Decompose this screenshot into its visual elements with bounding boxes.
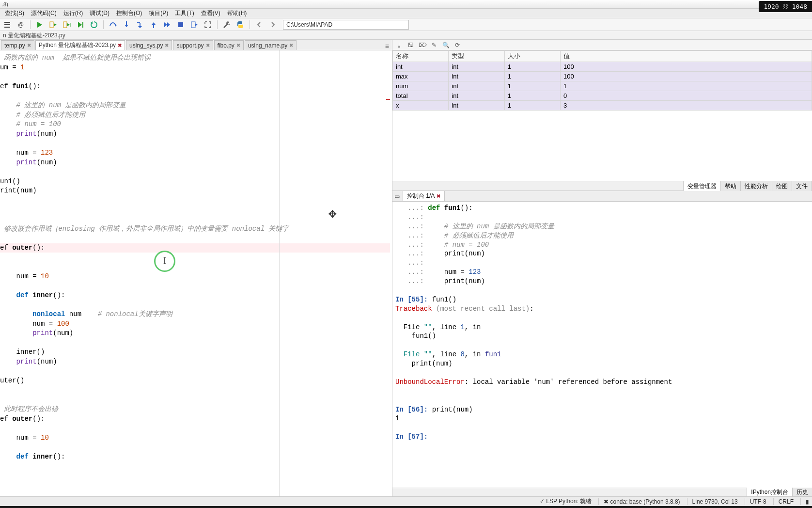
working-dir-field[interactable]: C:\Users\MIAPAD	[283, 20, 409, 30]
save-icon[interactable]: 🖫	[407, 41, 415, 49]
console-tab-1[interactable]: 控制台 1/A ✖	[403, 190, 445, 202]
list-icon[interactable]	[2, 19, 13, 30]
menu-item[interactable]: 控制台(O)	[113, 8, 145, 18]
clear-icon[interactable]: ⌦	[419, 41, 426, 49]
right-tab[interactable]: 性能分析	[740, 181, 772, 191]
code-editor[interactable]: 函数内部的 num 如果不赋值就使用会出现错误 um = 1 ef fun1()…	[0, 50, 392, 496]
table-row[interactable]: maxint1100	[393, 72, 812, 81]
editor-tab-label: Python 量化编程基础-2023.py	[39, 41, 116, 49]
menu-item[interactable]: 查看(V)	[198, 8, 223, 18]
variable-explorer: 名称类型大小值 intint1100maxint1100numint11tota…	[392, 50, 812, 181]
os-taskbar[interactable]	[0, 506, 812, 508]
editor-tab[interactable]: using_name.py✖	[245, 40, 297, 50]
svg-marker-2	[54, 23, 57, 26]
step-in2-icon[interactable]	[135, 19, 145, 30]
editor-tab[interactable]: support.py✖	[173, 40, 213, 50]
python-icon[interactable]	[235, 19, 246, 30]
right-tab[interactable]: 绘图	[772, 181, 792, 191]
resolution-overlay: 1920 ⛓ 1048	[759, 1, 812, 12]
editor-tab[interactable]: using_sys.py✖	[126, 40, 172, 50]
status-conda[interactable]: ✖ conda: base (Python 3.8.8)	[598, 498, 680, 505]
var-header[interactable]: 名称	[393, 51, 449, 62]
status-eol: CRLF	[773, 498, 794, 505]
svg-marker-11	[138, 26, 142, 28]
console-menu-icon[interactable]: ▭	[394, 193, 400, 200]
var-cell-type: int	[449, 81, 504, 91]
close-icon[interactable]: ✖	[289, 43, 293, 48]
table-row[interactable]: numint11	[393, 81, 812, 91]
var-cell-value: 1	[561, 81, 812, 91]
editor-tab[interactable]: Python 量化编程基础-2023.py✖	[35, 40, 125, 50]
svg-rect-1	[50, 22, 53, 28]
console-bottom-tab[interactable]: 历史	[792, 488, 812, 497]
table-row[interactable]: totalint10	[393, 91, 812, 101]
step-over-icon[interactable]	[108, 19, 118, 30]
menu-item[interactable]: 工具(T)	[172, 8, 197, 18]
svg-marker-0	[37, 22, 42, 28]
var-cell-name: int	[393, 62, 449, 72]
editor-tab[interactable]: fibo.py✖	[214, 40, 244, 50]
variable-table[interactable]: 名称类型大小值 intint1100maxint1100numint11tota…	[392, 50, 812, 111]
close-icon[interactable]: ✖	[165, 43, 169, 48]
menu-item[interactable]: 项目(P)	[146, 8, 171, 18]
var-cell-name: max	[393, 72, 449, 81]
hamburger-icon[interactable]: ≡	[382, 42, 392, 50]
nav-back-icon[interactable]	[254, 19, 265, 30]
link-icon: ⛓	[783, 3, 788, 10]
download-icon[interactable]: ⭳	[395, 41, 403, 49]
step-out-icon[interactable]	[148, 19, 159, 30]
var-header[interactable]: 类型	[449, 51, 504, 62]
right-tab[interactable]: 帮助	[720, 181, 741, 191]
close-icon[interactable]: ✖	[118, 43, 122, 48]
editor-tab-label: temp.py	[4, 42, 25, 49]
menu-item[interactable]: 运行(R)	[61, 8, 86, 18]
editor-tab-label: fibo.py	[218, 42, 234, 49]
status-lsp[interactable]: ✓ LSP Python: 就绪	[540, 497, 592, 506]
right-upper-tabs: 变量管理器帮助性能分析绘图文件	[392, 181, 812, 191]
close-icon[interactable]: ✖	[206, 43, 210, 48]
svg-rect-5	[70, 23, 71, 27]
table-row[interactable]: intint1100	[393, 62, 812, 72]
table-row[interactable]: xint13	[393, 101, 812, 111]
editor-tab[interactable]: temp.py✖	[1, 40, 34, 50]
exit-debug-icon[interactable]	[189, 19, 200, 30]
console-tabs: ▭ 控制台 1/A ✖	[392, 191, 812, 202]
refresh-icon[interactable]: ⟳	[453, 41, 461, 49]
var-cell-name: total	[393, 91, 449, 101]
overlay-height: 1048	[792, 3, 807, 10]
restart-run-icon[interactable]	[89, 19, 99, 30]
run-cell-advance-icon[interactable]	[62, 19, 72, 30]
var-cell-size: 1	[504, 81, 560, 91]
close-icon[interactable]: ✖	[236, 43, 240, 48]
search-icon[interactable]: 🔍	[442, 41, 450, 49]
editor-tabs: temp.py✖Python 量化编程基础-2023.py✖using_sys.…	[0, 40, 392, 50]
at-icon[interactable]: @	[16, 19, 26, 30]
svg-marker-6	[78, 22, 82, 28]
menu-item[interactable]: 源代码(C)	[28, 8, 60, 18]
menu-item[interactable]: 帮助(H)	[224, 8, 250, 18]
continue-icon[interactable]	[162, 19, 172, 30]
var-header[interactable]: 值	[561, 51, 812, 62]
step-into-icon[interactable]	[121, 19, 132, 30]
status-mem: ▮	[800, 498, 809, 505]
stop-icon[interactable]	[175, 19, 186, 30]
wrench-icon[interactable]	[221, 19, 232, 30]
menu-item[interactable]: 查找(S)	[2, 8, 27, 18]
var-cell-type: int	[449, 62, 504, 72]
run-icon[interactable]	[34, 19, 45, 30]
var-cell-size: 1	[504, 101, 560, 111]
menu-item[interactable]: 调试(D)	[87, 8, 112, 18]
run-selection-icon[interactable]	[75, 19, 86, 30]
ipython-console[interactable]: ...: def fun1(): ...: ...: # 这里的 num 是函数…	[392, 202, 812, 488]
main-toolbar: @ C:\Users\MIAPAD	[0, 18, 812, 31]
close-icon[interactable]: ✖	[437, 193, 440, 199]
nav-forward-icon[interactable]	[267, 19, 278, 30]
right-tab[interactable]: 变量管理器	[683, 181, 721, 191]
console-bottom-tab[interactable]: IPython控制台	[747, 488, 792, 497]
right-tab[interactable]: 文件	[792, 181, 812, 191]
run-cell-icon[interactable]	[48, 19, 59, 30]
close-icon[interactable]: ✖	[27, 43, 31, 48]
var-header[interactable]: 大小	[504, 51, 560, 62]
expand-icon[interactable]	[203, 19, 213, 30]
edit-icon[interactable]: ✎	[430, 41, 438, 49]
